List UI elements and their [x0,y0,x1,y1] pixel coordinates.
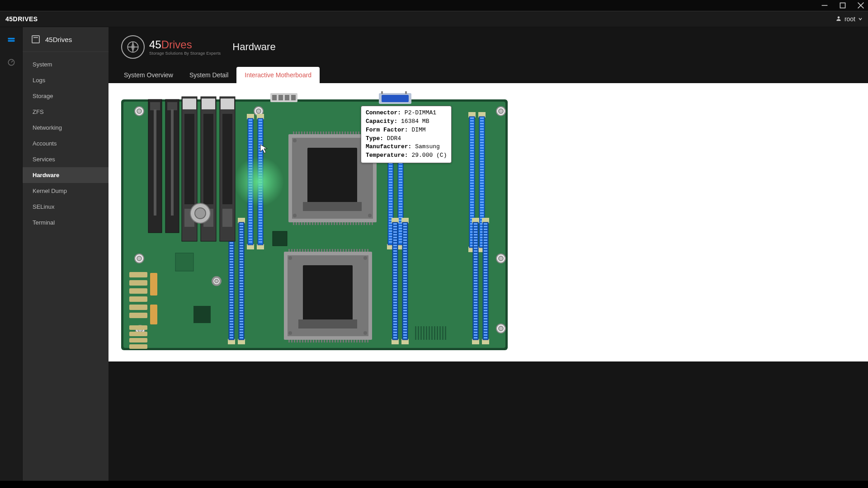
svg-rect-345 [240,302,243,303]
nav-rail [0,27,23,481]
svg-rect-150 [351,249,352,252]
svg-rect-407 [389,241,392,243]
svg-rect-763 [175,253,193,271]
svg-rect-120 [310,249,311,252]
sidebar-item-logs[interactable]: Logs [23,72,108,88]
svg-rect-125 [316,340,317,343]
svg-rect-287 [230,269,233,271]
svg-rect-626 [480,180,484,181]
svg-rect-453 [399,233,402,235]
svg-rect-701 [484,226,487,227]
svg-rect-624 [480,174,484,176]
svg-rect-56 [320,131,321,134]
sidebar-item-selinux[interactable]: SELinux [23,199,108,215]
sidebar-item-services[interactable]: Services [23,151,108,167]
svg-rect-333 [240,269,243,271]
svg-rect-621 [480,166,484,168]
svg-rect-436 [399,187,402,188]
svg-rect-205 [249,211,252,213]
svg-rect-628 [480,185,484,187]
svg-rect-212 [249,230,252,232]
svg-rect-110 [297,249,298,252]
svg-rect-492 [393,310,397,311]
svg-rect-76 [347,131,349,134]
window-close-button[interactable] [857,2,864,9]
svg-rect-158 [362,249,363,252]
svg-rect-291 [230,280,233,282]
svg-point-99 [368,214,372,217]
svg-rect-583 [470,202,474,203]
svg-rect-391 [389,198,392,199]
svg-point-29 [499,326,503,331]
svg-rect-520 [403,261,407,263]
sidebar-item-storage[interactable]: Storage [23,88,108,104]
window-maximize-button[interactable] [839,2,846,9]
brand-label: 45DRIVES [5,15,38,23]
svg-rect-131 [324,340,325,343]
svg-rect-401 [389,225,392,226]
svg-rect-787 [415,326,416,340]
sidebar-item-kernel-dump[interactable]: Kernel Dump [23,183,108,199]
svg-rect-451 [399,228,402,229]
svg-rect-577 [470,185,474,187]
svg-rect-546 [403,332,407,333]
svg-rect-561 [470,142,474,143]
svg-rect-767 [129,280,147,286]
svg-rect-630 [480,191,484,192]
svg-rect-64 [331,131,332,134]
svg-rect-430 [399,171,402,172]
svg-rect-495 [393,318,397,319]
svg-rect-140 [337,249,339,252]
sidebar-item-zfs[interactable]: ZFS [23,104,108,120]
svg-rect-705 [484,237,487,238]
svg-rect-744 [150,102,160,110]
svg-rect-541 [403,318,407,319]
sidebar-module-title[interactable]: 45Drives [23,27,108,52]
svg-rect-103 [298,319,357,328]
sidebar-item-hardware[interactable]: Hardware [23,167,108,183]
user-menu[interactable]: root [835,15,863,23]
svg-rect-478 [393,272,397,273]
tab-interactive-motherboard[interactable]: Interactive Motherboard [236,67,320,83]
svg-rect-522 [403,267,407,268]
rail-dashboard-icon[interactable] [7,58,16,67]
svg-rect-385 [389,182,392,183]
svg-rect-5 [8,38,14,39]
sidebar-item-system[interactable]: System [23,56,108,72]
svg-rect-562 [470,145,474,146]
svg-rect-603 [480,117,484,119]
svg-rect-134 [329,249,330,252]
svg-rect-748 [171,109,174,216]
svg-rect-470 [393,250,397,252]
svg-point-19 [499,109,503,113]
sidebar-item-networking[interactable]: Networking [23,120,108,136]
user-name: root [844,15,855,23]
svg-rect-279 [230,248,233,249]
svg-rect-349 [240,313,243,314]
sidebar-nav: System Logs Storage ZFS Networking Accou… [23,52,108,235]
svg-rect-152 [354,249,355,252]
svg-rect-6 [8,40,14,42]
svg-rect-139 [335,340,336,343]
svg-rect-443 [399,206,402,207]
sidebar-item-terminal[interactable]: Terminal [23,215,108,230]
svg-rect-545 [403,329,407,330]
tab-system-detail[interactable]: System Detail [181,67,236,83]
window-minimize-button[interactable] [821,2,828,9]
sidebar-item-accounts[interactable]: Accounts [23,136,108,151]
svg-rect-769 [129,296,147,302]
module-icon [32,35,40,43]
svg-rect-461 [393,226,397,227]
svg-rect-540 [403,315,407,317]
tab-system-overview[interactable]: System Overview [116,67,181,83]
svg-rect-663 [474,248,477,249]
svg-rect-221 [259,122,262,123]
svg-rect-60 [326,131,327,134]
svg-rect-116 [305,249,306,252]
rail-server-icon[interactable] [7,35,16,44]
svg-rect-774 [129,332,147,336]
svg-rect-581 [470,196,474,197]
svg-rect-468 [393,245,397,246]
svg-rect-171 [249,119,252,121]
svg-rect-83 [355,222,357,225]
